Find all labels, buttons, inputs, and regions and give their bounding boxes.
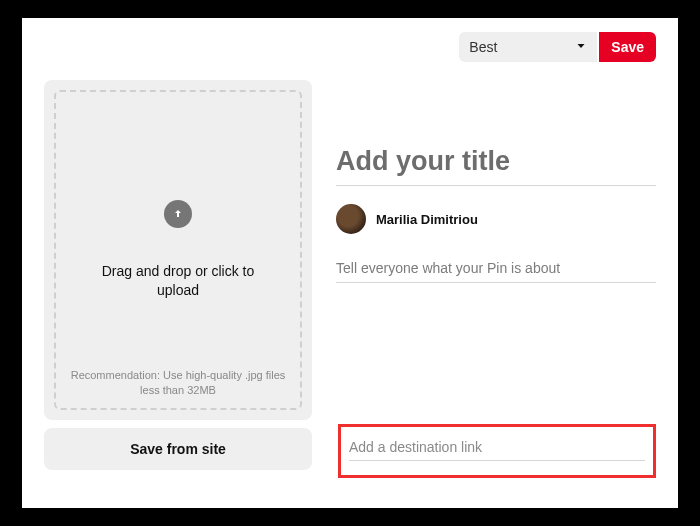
save-from-site-button[interactable]: Save from site <box>44 428 312 470</box>
upload-hint-text: Recommendation: Use high-quality .jpg fi… <box>66 368 290 398</box>
pin-builder-panel: Best Save Drag and drop or click to uplo… <box>22 18 678 508</box>
description-input[interactable] <box>336 256 656 283</box>
destination-link-highlight <box>338 424 656 478</box>
upload-arrow-icon <box>164 200 192 228</box>
board-select-value: Best <box>469 39 497 55</box>
upload-dropzone[interactable]: Drag and drop or click to upload Recomme… <box>54 90 302 410</box>
header-actions: Best Save <box>459 32 656 62</box>
upload-primary-text: Drag and drop or click to upload <box>88 262 268 300</box>
destination-link-input[interactable] <box>349 437 645 461</box>
author-row: Marilia Dimitriou <box>336 204 656 234</box>
author-name: Marilia Dimitriou <box>376 212 478 227</box>
board-select[interactable]: Best <box>459 32 597 62</box>
save-button[interactable]: Save <box>599 32 656 62</box>
title-input[interactable] <box>336 142 656 186</box>
avatar <box>336 204 366 234</box>
left-column: Drag and drop or click to upload Recomme… <box>44 80 312 494</box>
chevron-down-icon <box>575 39 587 55</box>
upload-card: Drag and drop or click to upload Recomme… <box>44 80 312 420</box>
